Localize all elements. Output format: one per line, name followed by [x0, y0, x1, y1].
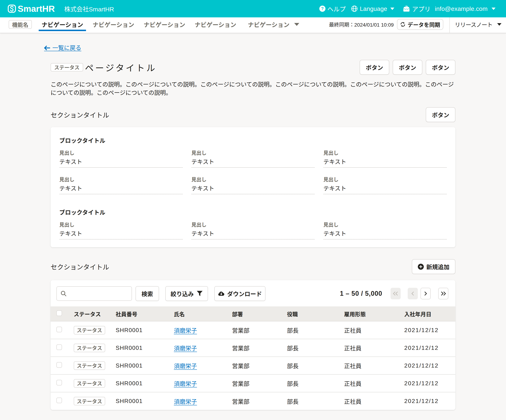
svg-text:?: ?: [321, 6, 324, 11]
